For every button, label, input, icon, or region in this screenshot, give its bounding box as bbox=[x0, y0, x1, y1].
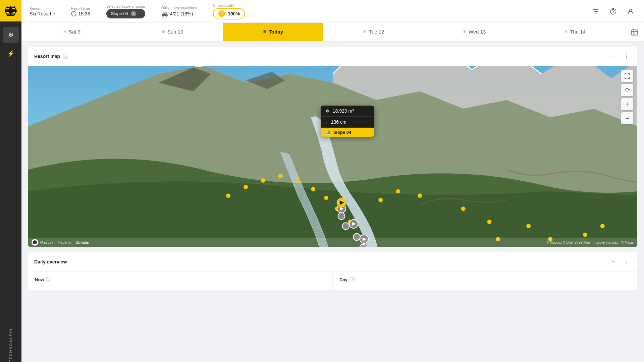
maxar-text: © Maxar bbox=[621, 241, 634, 244]
resort-field: Resort Ski Resort ▾ bbox=[30, 6, 55, 16]
svg-point-10 bbox=[244, 185, 248, 189]
refresh-icon bbox=[625, 87, 630, 93]
collapse-button[interactable]: − bbox=[608, 52, 618, 61]
svg-point-26 bbox=[526, 224, 531, 228]
svg-rect-4 bbox=[633, 33, 634, 34]
info-icon[interactable]: i bbox=[63, 54, 68, 59]
resort-label: Resort bbox=[30, 6, 55, 10]
daily-collapse-button[interactable]: − bbox=[608, 257, 618, 266]
snow-quality-badge: ✓ 100% bbox=[213, 8, 245, 19]
snowflake-icon: ❄ bbox=[162, 29, 165, 34]
zoom-in-icon: + bbox=[626, 101, 629, 108]
machines-count: 4/21 (19%) bbox=[170, 11, 193, 16]
sidebar: ❄ ⚡ TECHNOALPIN bbox=[0, 0, 21, 362]
slope-chip[interactable]: Slope 04 ✕ bbox=[106, 9, 145, 18]
zoom-out-button[interactable]: − bbox=[621, 112, 633, 124]
svg-point-21 bbox=[396, 189, 400, 193]
tab-wed13[interactable]: ❄ Wed 13 bbox=[424, 23, 525, 41]
chevron-down-icon: ▾ bbox=[53, 12, 55, 15]
daily-overview-section: Daily overview − ⋮ Now i Day i bbox=[28, 252, 637, 290]
tab-thu14[interactable]: ❄ Thu 14 bbox=[525, 23, 625, 41]
tab-wed13-label: Wed 13 bbox=[469, 29, 486, 35]
svg-point-15 bbox=[324, 196, 328, 200]
svg-point-28 bbox=[583, 233, 587, 237]
time-display: 15:38 bbox=[78, 11, 90, 16]
refresh-button[interactable] bbox=[621, 84, 633, 96]
machines-icon: 🚜 bbox=[161, 10, 168, 17]
snowflake-tooltip-icon: ❄ bbox=[325, 108, 329, 114]
user-button[interactable] bbox=[625, 6, 636, 17]
made-by-label: Made by bbox=[55, 240, 73, 244]
resort-map-title: Resort map i bbox=[34, 54, 68, 59]
tooltip-snow-depth: 136 cm bbox=[331, 119, 346, 125]
tooltip-slope-chip[interactable]: 🎿 Slope 04 bbox=[321, 128, 374, 137]
content-area: Resort map i − ⋮ bbox=[21, 42, 644, 362]
calendar-button[interactable] bbox=[625, 23, 644, 41]
resort-time-value: 15:38 bbox=[71, 11, 90, 16]
resort-time-label: Resort time bbox=[71, 6, 90, 10]
snow-quality-value: 100% bbox=[228, 11, 240, 16]
filter-button[interactable] bbox=[590, 6, 601, 17]
sidebar-item-snow[interactable]: ❄ bbox=[3, 27, 19, 43]
svg-point-14 bbox=[311, 187, 315, 191]
slope-field: Selected slope or group Slope 04 ✕ bbox=[106, 4, 145, 18]
daily-more-button[interactable]: ⋮ bbox=[622, 257, 631, 266]
svg-point-24 bbox=[487, 220, 491, 224]
map-terrain bbox=[28, 66, 637, 247]
snowflake-icon: ❄ bbox=[63, 29, 67, 34]
zoom-out-icon: − bbox=[626, 115, 629, 122]
tab-tue12[interactable]: ❄ Tue 12 bbox=[323, 23, 424, 41]
tab-sat9[interactable]: ❄ Sat 9 bbox=[21, 23, 122, 41]
tab-tue12-label: Tue 12 bbox=[369, 29, 384, 35]
snow-quality-field: Snow quality ✓ 100% bbox=[213, 3, 245, 19]
map-controls: + − bbox=[621, 70, 633, 124]
slope-close-button[interactable]: ✕ bbox=[131, 11, 136, 16]
tooltip-slope-name: Slope 04 bbox=[333, 130, 351, 135]
resort-dropdown[interactable]: Ski Resort ▾ bbox=[30, 11, 55, 16]
snowflake-icon: ❄ bbox=[463, 29, 467, 34]
map-copyright: © Mapbox © OpenStreetMap Improve this ma… bbox=[546, 241, 634, 244]
now-info-icon[interactable]: i bbox=[46, 277, 51, 282]
zoom-in-button[interactable]: + bbox=[621, 98, 633, 110]
tab-thu14-label: Thu 14 bbox=[570, 29, 586, 35]
tooltip-snow-volume-row: ❄ 18.923 m³ bbox=[321, 106, 374, 117]
tab-sun10[interactable]: ❄ Sun 10 bbox=[122, 23, 223, 41]
main-content: Resort Ski Resort ▾ Resort time 15:38 Se… bbox=[21, 0, 644, 362]
sidebar-brand-label: TECHNOALPIN bbox=[9, 321, 13, 362]
copyright-text: © Mapbox © OpenStreetMap bbox=[546, 241, 590, 244]
svg-point-23 bbox=[461, 206, 466, 211]
map-tooltip: ❄ 18.923 m³ ▯ 136 cm 🎿 Slope 04 bbox=[321, 106, 374, 137]
svg-point-13 bbox=[296, 178, 300, 183]
svg-point-39 bbox=[342, 223, 350, 230]
help-icon bbox=[610, 8, 616, 15]
now-card: Now i bbox=[28, 272, 333, 290]
tab-today[interactable]: ❄ Today bbox=[223, 23, 323, 41]
check-icon: ✓ bbox=[218, 10, 225, 17]
day-card-title: Day i bbox=[339, 277, 631, 282]
ubilabs-label: Ubilabs bbox=[76, 240, 89, 244]
map-section-actions: − ⋮ bbox=[608, 52, 631, 61]
calendar-icon bbox=[631, 28, 638, 36]
fullscreen-button[interactable] bbox=[621, 70, 633, 82]
date-nav: ❄ Sat 9 ❄ Sun 10 ❄ Today ❄ Tue 12 ❄ Wed … bbox=[21, 23, 644, 42]
day-card: Day i bbox=[333, 272, 637, 290]
now-card-title: Now i bbox=[35, 277, 326, 282]
daily-overview-header: Daily overview − ⋮ bbox=[28, 252, 637, 272]
user-icon bbox=[627, 8, 634, 15]
svg-point-38 bbox=[338, 213, 345, 220]
improve-link[interactable]: Improve this map bbox=[593, 241, 619, 244]
help-button[interactable] bbox=[608, 6, 619, 17]
svg-point-12 bbox=[278, 174, 283, 178]
snowflake-icon: ❄ bbox=[564, 29, 568, 34]
svg-rect-7 bbox=[635, 34, 636, 35]
svg-point-20 bbox=[378, 198, 383, 202]
day-info-icon[interactable]: i bbox=[350, 277, 355, 282]
resort-map[interactable]: ❄ 18.923 m³ ▯ 136 cm 🎿 Slope 04 bbox=[28, 66, 637, 247]
resort-value: Ski Resort bbox=[30, 11, 51, 16]
filter-icon bbox=[592, 8, 599, 15]
daily-overview-title: Daily overview bbox=[34, 259, 67, 264]
tab-today-label: Today bbox=[269, 29, 283, 35]
sidebar-item-routes[interactable]: ⚡ bbox=[3, 46, 19, 62]
header: Resort Ski Resort ▾ Resort time 15:38 Se… bbox=[21, 0, 644, 23]
more-options-button[interactable]: ⋮ bbox=[622, 52, 631, 61]
